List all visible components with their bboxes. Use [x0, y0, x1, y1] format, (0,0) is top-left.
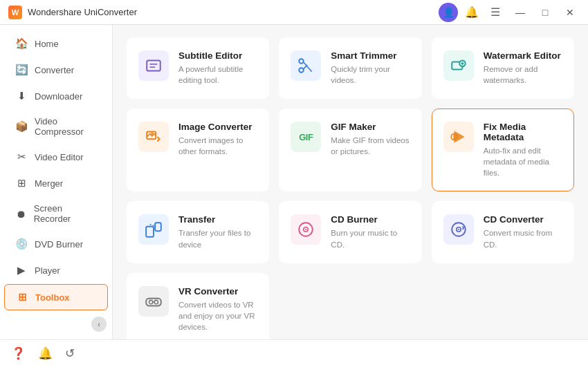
app-title: Wondershare UniConverter	[28, 7, 137, 17]
image-converter-icon	[138, 122, 169, 152]
bottombar: ❓ 🔔 ↺	[0, 339, 588, 367]
svg-rect-17	[155, 223, 161, 232]
svg-point-27	[154, 300, 158, 303]
top-icons: 👤 🔔 ☰	[439, 3, 505, 22]
content-area: Subtitle EditorA powerful subtitle editi…	[113, 25, 588, 339]
tool-card-smart-trimmer[interactable]: Smart TrimmerQuickly trim your videos.	[279, 37, 421, 99]
svg-point-4	[300, 59, 304, 64]
app-logo: W	[8, 6, 22, 19]
tool-card-subtitle-editor[interactable]: Subtitle EditorA powerful subtitle editi…	[127, 37, 269, 99]
sidebar-item-toolbox[interactable]: ⊞ Toolbox	[4, 284, 108, 310]
bell-icon[interactable]: 🔔	[462, 3, 481, 22]
gif-maker-icon: GIF	[291, 122, 321, 152]
tool-card-watermark-editor[interactable]: Watermark EditorRemove or add watermarks…	[432, 37, 574, 99]
sidebar: 🏠 Home 🔄 Converter ⬇ Downloader 📦 Video …	[0, 25, 113, 339]
sidebar-item-converter[interactable]: 🔄 Converter	[4, 57, 108, 82]
tool-card-cd-converter[interactable]: CD ConverterConvert music from CD.	[432, 201, 574, 263]
svg-line-5	[304, 62, 312, 72]
subtitle-editor-icon	[138, 50, 169, 81]
cd-burner-icon	[291, 214, 321, 245]
smart-trimmer-desc: Quickly trim your videos.	[331, 64, 410, 86]
gif-maker-info: GIF MakerMake GIF from videos or picture…	[331, 122, 410, 157]
fix-media-metadata-info: Fix Media MetadataAuto-fix and edit meta…	[484, 122, 562, 178]
tool-card-cd-burner[interactable]: CD BurnerBurn your music to CD.	[279, 201, 421, 263]
video-editor-icon: ✂	[15, 151, 28, 163]
toolbox-icon: ⊞	[16, 291, 28, 303]
sidebar-item-video-editor[interactable]: ✂ Video Editor	[4, 144, 108, 169]
merger-icon: ⊞	[15, 177, 28, 189]
tool-grid: Subtitle EditorA powerful subtitle editi…	[127, 37, 574, 339]
fix-media-metadata-desc: Auto-fix and edit metadata of media file…	[484, 145, 562, 178]
maximize-button[interactable]: □	[535, 6, 555, 19]
tool-card-image-converter[interactable]: Image ConverterConvert images to other f…	[127, 109, 269, 191]
sidebar-item-screen-recorder-label: Screen Recorder	[34, 203, 97, 224]
screen-recorder-icon: ⏺	[15, 208, 27, 220]
home-icon: 🏠	[15, 37, 28, 50]
sidebar-item-merger-label: Merger	[35, 178, 63, 189]
profile-icon[interactable]: 👤	[439, 3, 458, 22]
watermark-editor-icon	[443, 50, 474, 81]
sidebar-item-screen-recorder[interactable]: ⏺ Screen Recorder	[4, 197, 108, 230]
watermark-editor-desc: Remove or add watermarks.	[484, 64, 562, 86]
fix-media-metadata-icon	[443, 122, 474, 152]
tool-card-gif-maker[interactable]: GIFGIF MakerMake GIF from videos or pict…	[279, 109, 421, 191]
svg-rect-0	[147, 60, 160, 70]
transfer-desc: Transfer your files to device	[178, 227, 257, 250]
minimize-button[interactable]: —	[511, 6, 530, 19]
player-icon: ▶	[15, 264, 28, 276]
sidebar-item-player-label: Player	[35, 265, 60, 276]
close-button[interactable]: ✕	[560, 6, 580, 19]
cd-converter-desc: Convert music from CD.	[484, 227, 562, 250]
refresh-icon[interactable]: ↺	[65, 346, 75, 361]
cd-burner-desc: Burn your music to CD.	[331, 227, 410, 250]
sidebar-item-player[interactable]: ▶ Player	[4, 258, 108, 283]
svg-point-21	[305, 229, 306, 230]
gif-maker-name: GIF Maker	[331, 122, 410, 132]
sidebar-item-downloader[interactable]: ⬇ Downloader	[4, 84, 108, 109]
svg-point-3	[300, 68, 304, 73]
svg-marker-13	[454, 131, 464, 143]
transfer-name: Transfer	[178, 214, 257, 225]
smart-trimmer-name: Smart Trimmer	[331, 50, 410, 61]
main-layout: 🏠 Home 🔄 Converter ⬇ Downloader 📦 Video …	[0, 25, 588, 339]
converter-icon: 🔄	[15, 64, 28, 76]
sidebar-item-home-label: Home	[35, 39, 59, 49]
titlebar: W Wondershare UniConverter 👤 🔔 ☰ — □ ✕	[0, 0, 588, 25]
vr-converter-desc: Convert videos to VR and enjoy on your V…	[178, 299, 257, 332]
sidebar-item-converter-label: Converter	[35, 65, 74, 75]
cd-converter-name: CD Converter	[484, 214, 562, 225]
svg-point-26	[149, 300, 153, 303]
tool-card-fix-media-metadata[interactable]: Fix Media MetadataAuto-fix and edit meta…	[432, 109, 574, 191]
image-converter-info: Image ConverterConvert images to other f…	[178, 122, 257, 157]
sidebar-item-merger[interactable]: ⊞ Merger	[4, 171, 108, 196]
sidebar-item-video-compressor[interactable]: 📦 Video Compressor	[4, 110, 108, 143]
cd-burner-info: CD BurnerBurn your music to CD.	[331, 214, 410, 250]
sidebar-item-toolbox-label: Toolbox	[35, 292, 70, 303]
sidebar-item-video-editor-label: Video Editor	[35, 152, 84, 162]
menu-icon[interactable]: ☰	[486, 3, 505, 22]
dvd-burner-icon: 💿	[15, 238, 28, 250]
subtitle-editor-info: Subtitle EditorA powerful subtitle editi…	[178, 50, 257, 86]
video-compressor-icon: 📦	[15, 120, 28, 133]
titlebar-right: 👤 🔔 ☰ — □ ✕	[439, 3, 580, 22]
help-icon[interactable]: ❓	[11, 346, 26, 361]
sidebar-item-video-compressor-label: Video Compressor	[35, 116, 97, 137]
tool-card-vr-converter[interactable]: VR ConverterConvert videos to VR and enj…	[127, 273, 269, 339]
vr-converter-icon	[138, 286, 169, 317]
notification-icon[interactable]: 🔔	[38, 346, 53, 361]
watermark-editor-info: Watermark EditorRemove or add watermarks…	[484, 50, 562, 86]
gif-maker-desc: Make GIF from videos or pictures.	[331, 135, 410, 157]
sidebar-collapse: ‹	[0, 311, 112, 337]
collapse-button[interactable]: ‹	[91, 317, 107, 332]
subtitle-editor-name: Subtitle Editor	[178, 50, 257, 61]
image-converter-desc: Convert images to other formats.	[178, 135, 257, 157]
watermark-editor-name: Watermark Editor	[484, 50, 562, 61]
smart-trimmer-info: Smart TrimmerQuickly trim your videos.	[331, 50, 410, 86]
tool-card-transfer[interactable]: TransferTransfer your files to device	[127, 201, 269, 263]
transfer-info: TransferTransfer your files to device	[178, 214, 257, 250]
svg-rect-16	[146, 227, 154, 237]
cd-converter-info: CD ConverterConvert music from CD.	[484, 214, 562, 250]
sidebar-item-home[interactable]: 🏠 Home	[4, 31, 108, 56]
transfer-icon	[138, 214, 169, 245]
sidebar-item-dvd-burner[interactable]: 💿 DVD Burner	[4, 232, 108, 256]
